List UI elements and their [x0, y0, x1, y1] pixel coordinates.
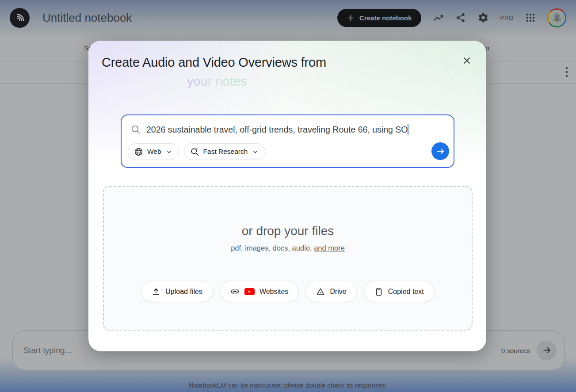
dropzone-title: or drop your files	[104, 224, 472, 238]
close-icon[interactable]	[460, 54, 473, 67]
text-caret	[408, 124, 408, 135]
link-icon	[230, 287, 240, 296]
source-buttons-row: Upload files Websites Drive	[104, 281, 472, 302]
arrow-right-icon	[436, 147, 445, 156]
research-query-input[interactable]: 2026 sustainable travel, off-grid trends…	[146, 124, 408, 135]
submit-research-button[interactable]	[431, 142, 449, 160]
research-mode-chip[interactable]: Fast Research	[184, 143, 266, 160]
globe-icon	[134, 147, 143, 156]
drive-button[interactable]: Drive	[305, 281, 357, 302]
search-icon	[130, 124, 141, 134]
dropzone-subtitle: pdf, images, docs, audio, and more	[104, 244, 472, 252]
search-sparkle-icon	[190, 147, 199, 156]
drive-icon	[316, 287, 325, 296]
copied-text-button[interactable]: Copied text	[364, 281, 435, 302]
chevron-down-icon	[252, 148, 259, 156]
query-option-chips: Web Fast Research	[128, 143, 265, 160]
websites-button[interactable]: Websites	[220, 281, 299, 302]
and-more-link[interactable]: and more	[314, 244, 345, 252]
create-overview-modal: Create Audio and Video Overviews from yo…	[88, 41, 486, 351]
upload-icon	[152, 287, 160, 296]
source-scope-chip[interactable]: Web	[128, 143, 179, 160]
youtube-icon	[244, 288, 255, 295]
modal-title-line1: Create Audio and Video Overviews from	[102, 55, 326, 70]
modal-title-line2: your notes	[187, 74, 247, 89]
clipboard-icon	[374, 287, 383, 296]
upload-files-button[interactable]: Upload files	[141, 281, 213, 302]
file-dropzone[interactable]: or drop your files pdf, images, docs, au…	[103, 186, 473, 331]
research-query-box: 2026 sustainable travel, off-grid trends…	[121, 114, 454, 168]
chevron-down-icon	[165, 148, 173, 156]
